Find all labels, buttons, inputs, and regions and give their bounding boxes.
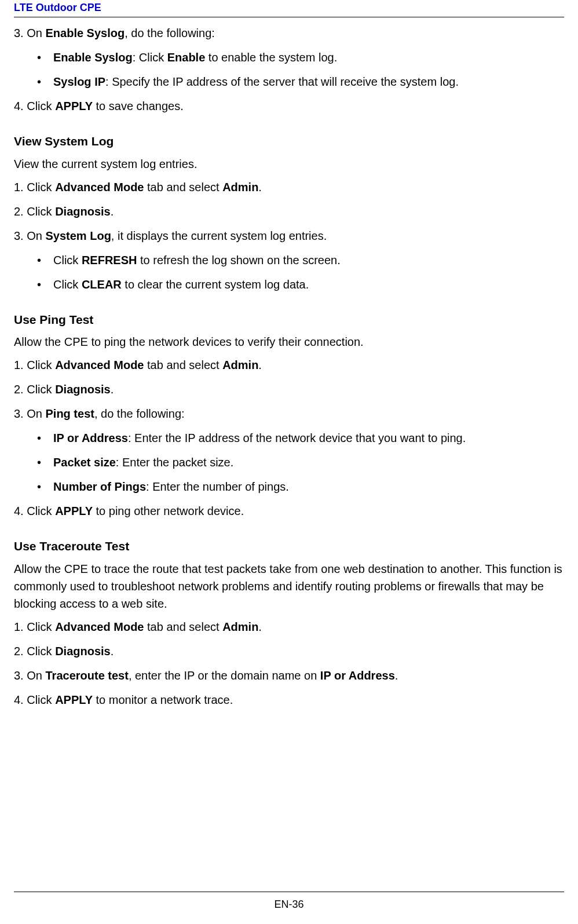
step-2: 2. Click Diagnosis. <box>14 203 564 220</box>
step-3-enable-syslog: 3. On Enable Syslog, do the following: <box>14 24 564 42</box>
trace-step-4: 4. Click APPLY to monitor a network trac… <box>14 691 564 708</box>
bullet-refresh: Click REFRESH to refresh the log shown o… <box>37 251 564 269</box>
page-footer: EN-36 <box>14 892 564 912</box>
traceroute-steps: 1. Click Advanced Mode tab and select Ad… <box>14 618 564 708</box>
bullet-clear: Click CLEAR to clear the current system … <box>37 276 564 293</box>
bullet-number-pings: Number of Pings: Enter the number of pin… <box>37 478 564 495</box>
intro-ping-test: Allow the CPE to ping the network device… <box>14 333 564 350</box>
view-log-bullets: Click REFRESH to refresh the log shown o… <box>37 251 564 293</box>
page-content: 3. On Enable Syslog, do the following: E… <box>14 24 564 708</box>
ping-step-4: 4. Click APPLY to ping other network dev… <box>14 502 564 520</box>
ping-steps: 1. Click Advanced Mode tab and select Ad… <box>14 356 564 520</box>
step-3: 3. On System Log, it displays the curren… <box>14 227 564 244</box>
page-header: LTE Outdoor CPE <box>14 0 564 17</box>
bullet-enable-syslog: Enable Syslog: Click Enable to enable th… <box>37 49 564 66</box>
ping-step-2: 2. Click Diagnosis. <box>14 381 564 398</box>
intro-view-system-log: View the current system log entries. <box>14 155 564 173</box>
ping-step-3: 3. On Ping test, do the following: <box>14 405 564 422</box>
bullet-ip-address: IP or Address: Enter the IP address of t… <box>37 429 564 447</box>
page-number: EN-36 <box>274 899 303 910</box>
heading-traceroute: Use Traceroute Test <box>14 537 564 556</box>
syslog-bullets: Enable Syslog: Click Enable to enable th… <box>37 49 564 90</box>
heading-view-system-log: View System Log <box>14 132 564 151</box>
view-log-steps: 1. Click Advanced Mode tab and select Ad… <box>14 178 564 293</box>
ping-bullets: IP or Address: Enter the IP address of t… <box>37 429 564 495</box>
heading-ping-test: Use Ping Test <box>14 311 564 329</box>
step-4-apply: 4. Click APPLY to save changes. <box>14 97 564 115</box>
bullet-packet-size: Packet size: Enter the packet size. <box>37 454 564 471</box>
trace-step-2: 2. Click Diagnosis. <box>14 642 564 660</box>
ping-step-1: 1. Click Advanced Mode tab and select Ad… <box>14 356 564 374</box>
bullet-syslog-ip: Syslog IP: Specify the IP address of the… <box>37 73 564 90</box>
intro-traceroute: Allow the CPE to trace the route that te… <box>14 560 564 612</box>
step-1: 1. Click Advanced Mode tab and select Ad… <box>14 178 564 196</box>
trace-step-1: 1. Click Advanced Mode tab and select Ad… <box>14 618 564 636</box>
syslog-section: 3. On Enable Syslog, do the following: E… <box>14 24 564 115</box>
trace-step-3: 3. On Traceroute test, enter the IP or t… <box>14 667 564 684</box>
